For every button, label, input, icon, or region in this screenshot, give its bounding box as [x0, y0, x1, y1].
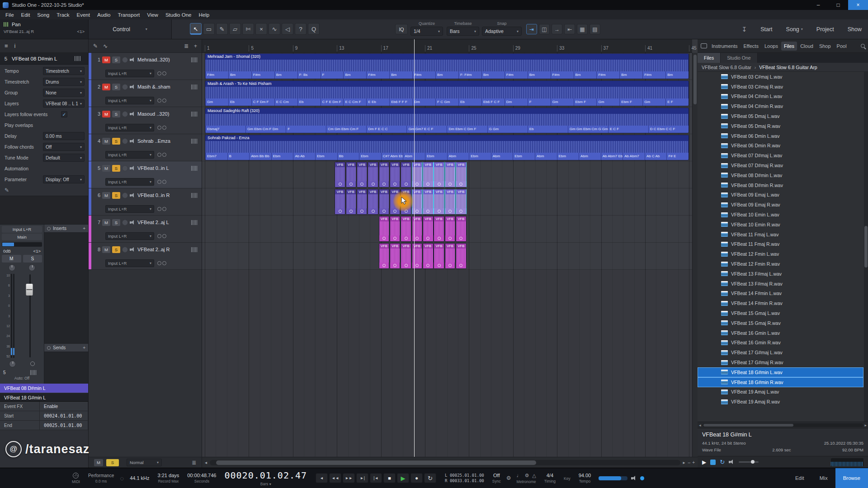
key-display[interactable]: Key	[564, 475, 571, 481]
solo-button[interactable]: S	[112, 111, 120, 117]
sync-display[interactable]: Off Sync	[492, 473, 501, 483]
file-item[interactable]: VFBeat 09 Emaj L.wav	[698, 190, 863, 200]
automation-icon[interactable]: ∿	[103, 43, 108, 49]
mute-tool[interactable]: ×	[255, 23, 267, 35]
loop-clip[interactable]: VFB	[368, 162, 378, 188]
input-select[interactable]: Input L+R▾	[105, 259, 154, 267]
layer-name-bar[interactable]: VFBeat 08 D#min L	[0, 384, 88, 393]
arrange-vscrollbar[interactable]	[692, 53, 698, 457]
zoom-in-icon[interactable]: +	[692, 460, 695, 465]
mute-button[interactable]: M	[102, 165, 110, 172]
menu-studio-one[interactable]: Studio One	[162, 11, 195, 19]
loop-clip[interactable]: VFB	[335, 162, 345, 188]
event-fx-enable-button[interactable]: Enable	[40, 402, 88, 411]
monitor-icon[interactable]	[130, 57, 136, 62]
loop-clip[interactable]: VFB	[412, 243, 422, 269]
menu-audio[interactable]: Audio	[94, 11, 114, 19]
loop-clip[interactable]: VFB	[335, 189, 345, 215]
zoom-out-icon[interactable]: –	[688, 460, 691, 465]
loop-clip[interactable]: VFB	[456, 243, 466, 269]
fader-handle[interactable]	[26, 284, 33, 296]
automation-edit-icon[interactable]: ✎	[0, 185, 88, 196]
record-arm-button[interactable]	[122, 192, 128, 198]
browser-subtab-studio-one[interactable]: Studio One	[721, 53, 758, 63]
browser-tab-shop[interactable]: Shop	[816, 42, 834, 51]
record-arm-button[interactable]	[122, 138, 128, 144]
loop-clip[interactable]: VFB	[379, 243, 389, 269]
monitor-icon[interactable]	[130, 112, 136, 117]
file-item[interactable]: VFBeat 11 Fmaj R.wav	[698, 239, 863, 249]
cue-knob[interactable]	[9, 361, 16, 367]
track-header-1[interactable]: 1MSMehraad..320)Input L+R▾	[89, 53, 202, 80]
loop-clip[interactable]: VFB	[423, 243, 433, 269]
snap-relative-icon[interactable]: ◫	[539, 24, 550, 34]
track-header-8[interactable]: 8MSVFBeat 2..aj RInput L+R▾	[89, 243, 202, 270]
view-button-edit[interactable]: Edit	[788, 468, 812, 488]
loop-clip[interactable]: VFB	[401, 162, 411, 188]
input-select[interactable]: Input L+R▾	[105, 178, 154, 186]
tempo-slider[interactable]	[599, 476, 627, 480]
solo-button[interactable]: S	[112, 138, 120, 145]
checkbox-checked-icon[interactable]: ✓	[61, 111, 67, 117]
file-item[interactable]: VFBeat 06 Dmin L.wav	[698, 131, 863, 141]
preview-volume-icon[interactable]	[729, 460, 735, 465]
seconds-display[interactable]: 00:00:48.746 Seconds	[187, 473, 216, 483]
control-selector[interactable]: Control ▾	[89, 19, 172, 39]
event-name-bar[interactable]: VFBeat 18 G#min L	[0, 393, 88, 402]
mute-button[interactable]: M	[102, 138, 110, 145]
edit-tool-icon[interactable]: ✎	[93, 43, 98, 49]
track-height-select[interactable]: Normal ▾	[127, 459, 162, 466]
inspector-value-tempo[interactable]: Timestretch▾	[43, 67, 85, 75]
loop-clip[interactable]: VFB	[379, 189, 389, 215]
loop-clip[interactable]: VFB	[423, 189, 433, 215]
file-item[interactable]: VFBeat 13 F#maj R.wav	[698, 279, 863, 289]
keyboard-icon[interactable]: ▤	[590, 24, 600, 34]
minimize-button[interactable]: –	[808, 0, 828, 10]
inspector-value-delay[interactable]: 0.00 ms	[43, 132, 85, 140]
channel-pan-value[interactable]: <1>	[33, 249, 41, 253]
arrow-tool[interactable]: ↖	[190, 23, 202, 35]
zoom-tool[interactable]: Q	[308, 23, 320, 35]
file-item[interactable]: VFBeat 15 Gmaj R.wav	[698, 318, 863, 328]
record-arm-button[interactable]	[122, 220, 128, 225]
browser-tab-effects[interactable]: Effects	[741, 42, 761, 51]
browser-tab-instruments[interactable]: Instruments	[709, 42, 740, 51]
playhead[interactable]	[414, 39, 415, 457]
file-item[interactable]: VFBeat 10 Emin L.wav	[698, 210, 863, 220]
file-item[interactable]: VFBeat 14 F#min R.wav	[698, 298, 863, 308]
hscroll-track[interactable]	[210, 460, 680, 465]
monitor-icon[interactable]	[130, 247, 136, 252]
track-header-2[interactable]: 2MSMasih &..shamInput L+R▾	[89, 80, 202, 107]
loop-clip[interactable]: VFB	[379, 162, 389, 188]
bypass-icon[interactable]	[47, 346, 51, 350]
view-button-mix[interactable]: Mix	[812, 468, 835, 488]
loop-clip[interactable]: VFB	[401, 243, 411, 269]
record-arm-button[interactable]	[122, 84, 128, 90]
file-item[interactable]: VFBeat 04 C#min R.wav	[698, 101, 863, 111]
inspector-value-tune-mode[interactable]: Default▾	[43, 154, 85, 162]
loop-clip[interactable]: VFB	[346, 162, 356, 188]
browser-hscrollbar[interactable]: ◂ ▸	[698, 422, 868, 428]
track-header-3[interactable]: 3MSMasoud ..320)Input L+R▾	[89, 107, 202, 134]
metronome-icon[interactable]: △	[532, 473, 536, 479]
iq-toggle[interactable]: IQ	[395, 24, 408, 34]
scroll-left-icon[interactable]: ◂	[205, 460, 207, 465]
list-icon[interactable]: ≣	[192, 460, 196, 466]
click-note-icon[interactable]: ♩	[516, 473, 521, 479]
loop-clip[interactable]: VFB	[445, 243, 455, 269]
pan-knob[interactable]	[28, 264, 35, 271]
monitor-icon[interactable]	[130, 166, 136, 171]
browser-subtab-files[interactable]: Files	[698, 53, 721, 63]
file-item[interactable]: VFBeat 06 Dmin R.wav	[698, 141, 863, 151]
pencil-tool[interactable]: ✎	[216, 23, 228, 35]
inspector-value-layers[interactable]: VFBeat 08 .. L 1▾	[43, 99, 85, 108]
add-insert-button[interactable]: +	[83, 226, 85, 231]
channel-mute-button[interactable]: M	[2, 255, 21, 263]
preview-stop-button[interactable]	[710, 460, 716, 465]
timeline-ruler[interactable]: 159131721252933374145	[202, 39, 692, 53]
zoom-icons[interactable]: – +	[688, 460, 695, 465]
file-item[interactable]: VFBeat 12 Fmin R.wav	[698, 259, 863, 269]
solo-button[interactable]: S	[112, 165, 120, 172]
breadcrumb-parent[interactable]: VFBeat Slow 6.8 Guitar	[702, 65, 751, 70]
file-item[interactable]: VFBeat 12 Fmin L.wav	[698, 249, 863, 259]
